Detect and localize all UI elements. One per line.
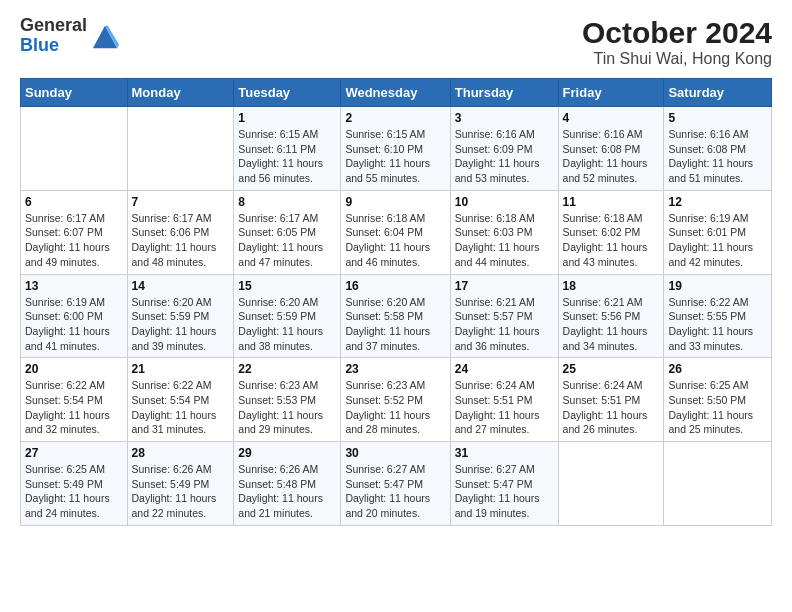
header-monday: Monday xyxy=(127,79,234,107)
day-number: 6 xyxy=(25,195,123,209)
calendar-cell xyxy=(664,442,772,526)
calendar-cell: 10Sunrise: 6:18 AMSunset: 6:03 PMDayligh… xyxy=(450,190,558,274)
calendar-cell: 30Sunrise: 6:27 AMSunset: 5:47 PMDayligh… xyxy=(341,442,450,526)
day-info: Sunrise: 6:26 AMSunset: 5:48 PMDaylight:… xyxy=(238,462,336,521)
day-number: 30 xyxy=(345,446,445,460)
calendar-cell xyxy=(127,107,234,191)
calendar-cell: 2Sunrise: 6:15 AMSunset: 6:10 PMDaylight… xyxy=(341,107,450,191)
header-thursday: Thursday xyxy=(450,79,558,107)
header-sunday: Sunday xyxy=(21,79,128,107)
day-number: 10 xyxy=(455,195,554,209)
day-info: Sunrise: 6:18 AMSunset: 6:03 PMDaylight:… xyxy=(455,211,554,270)
day-number: 22 xyxy=(238,362,336,376)
header-saturday: Saturday xyxy=(664,79,772,107)
calendar-cell xyxy=(558,442,664,526)
calendar-cell: 26Sunrise: 6:25 AMSunset: 5:50 PMDayligh… xyxy=(664,358,772,442)
calendar-cell: 21Sunrise: 6:22 AMSunset: 5:54 PMDayligh… xyxy=(127,358,234,442)
day-info: Sunrise: 6:24 AMSunset: 5:51 PMDaylight:… xyxy=(455,378,554,437)
calendar-cell: 1Sunrise: 6:15 AMSunset: 6:11 PMDaylight… xyxy=(234,107,341,191)
day-info: Sunrise: 6:25 AMSunset: 5:50 PMDaylight:… xyxy=(668,378,767,437)
logo-text: General Blue xyxy=(20,16,87,56)
day-number: 18 xyxy=(563,279,660,293)
day-number: 23 xyxy=(345,362,445,376)
calendar-cell: 23Sunrise: 6:23 AMSunset: 5:52 PMDayligh… xyxy=(341,358,450,442)
calendar-week-4: 27Sunrise: 6:25 AMSunset: 5:49 PMDayligh… xyxy=(21,442,772,526)
calendar-cell: 14Sunrise: 6:20 AMSunset: 5:59 PMDayligh… xyxy=(127,274,234,358)
header-friday: Friday xyxy=(558,79,664,107)
day-number: 5 xyxy=(668,111,767,125)
calendar-cell: 5Sunrise: 6:16 AMSunset: 6:08 PMDaylight… xyxy=(664,107,772,191)
day-number: 9 xyxy=(345,195,445,209)
day-number: 12 xyxy=(668,195,767,209)
day-info: Sunrise: 6:16 AMSunset: 6:08 PMDaylight:… xyxy=(563,127,660,186)
day-number: 3 xyxy=(455,111,554,125)
day-number: 19 xyxy=(668,279,767,293)
page-header: General Blue October 2024 Tin Shui Wai, … xyxy=(20,16,772,68)
calendar-cell: 15Sunrise: 6:20 AMSunset: 5:59 PMDayligh… xyxy=(234,274,341,358)
day-info: Sunrise: 6:16 AMSunset: 6:09 PMDaylight:… xyxy=(455,127,554,186)
day-number: 28 xyxy=(132,446,230,460)
logo-icon xyxy=(91,22,119,50)
calendar-cell: 20Sunrise: 6:22 AMSunset: 5:54 PMDayligh… xyxy=(21,358,128,442)
logo-line2: Blue xyxy=(20,36,87,56)
calendar-table: SundayMondayTuesdayWednesdayThursdayFrid… xyxy=(20,78,772,526)
day-number: 26 xyxy=(668,362,767,376)
day-number: 13 xyxy=(25,279,123,293)
day-info: Sunrise: 6:19 AMSunset: 6:00 PMDaylight:… xyxy=(25,295,123,354)
day-info: Sunrise: 6:25 AMSunset: 5:49 PMDaylight:… xyxy=(25,462,123,521)
day-info: Sunrise: 6:20 AMSunset: 5:59 PMDaylight:… xyxy=(238,295,336,354)
calendar-cell: 17Sunrise: 6:21 AMSunset: 5:57 PMDayligh… xyxy=(450,274,558,358)
day-number: 4 xyxy=(563,111,660,125)
day-info: Sunrise: 6:22 AMSunset: 5:55 PMDaylight:… xyxy=(668,295,767,354)
day-number: 1 xyxy=(238,111,336,125)
calendar-cell: 28Sunrise: 6:26 AMSunset: 5:49 PMDayligh… xyxy=(127,442,234,526)
day-number: 31 xyxy=(455,446,554,460)
calendar-cell: 31Sunrise: 6:27 AMSunset: 5:47 PMDayligh… xyxy=(450,442,558,526)
calendar-week-1: 6Sunrise: 6:17 AMSunset: 6:07 PMDaylight… xyxy=(21,190,772,274)
day-info: Sunrise: 6:15 AMSunset: 6:10 PMDaylight:… xyxy=(345,127,445,186)
calendar-cell: 9Sunrise: 6:18 AMSunset: 6:04 PMDaylight… xyxy=(341,190,450,274)
calendar-week-3: 20Sunrise: 6:22 AMSunset: 5:54 PMDayligh… xyxy=(21,358,772,442)
day-info: Sunrise: 6:23 AMSunset: 5:52 PMDaylight:… xyxy=(345,378,445,437)
day-info: Sunrise: 6:15 AMSunset: 6:11 PMDaylight:… xyxy=(238,127,336,186)
calendar-cell: 19Sunrise: 6:22 AMSunset: 5:55 PMDayligh… xyxy=(664,274,772,358)
calendar-week-2: 13Sunrise: 6:19 AMSunset: 6:00 PMDayligh… xyxy=(21,274,772,358)
day-number: 7 xyxy=(132,195,230,209)
day-number: 8 xyxy=(238,195,336,209)
day-number: 2 xyxy=(345,111,445,125)
day-info: Sunrise: 6:20 AMSunset: 5:59 PMDaylight:… xyxy=(132,295,230,354)
calendar-cell: 3Sunrise: 6:16 AMSunset: 6:09 PMDaylight… xyxy=(450,107,558,191)
calendar-cell: 18Sunrise: 6:21 AMSunset: 5:56 PMDayligh… xyxy=(558,274,664,358)
day-info: Sunrise: 6:17 AMSunset: 6:07 PMDaylight:… xyxy=(25,211,123,270)
header-wednesday: Wednesday xyxy=(341,79,450,107)
calendar-cell: 6Sunrise: 6:17 AMSunset: 6:07 PMDaylight… xyxy=(21,190,128,274)
day-info: Sunrise: 6:20 AMSunset: 5:58 PMDaylight:… xyxy=(345,295,445,354)
day-info: Sunrise: 6:21 AMSunset: 5:56 PMDaylight:… xyxy=(563,295,660,354)
calendar-cell: 12Sunrise: 6:19 AMSunset: 6:01 PMDayligh… xyxy=(664,190,772,274)
day-info: Sunrise: 6:17 AMSunset: 6:05 PMDaylight:… xyxy=(238,211,336,270)
day-info: Sunrise: 6:17 AMSunset: 6:06 PMDaylight:… xyxy=(132,211,230,270)
day-info: Sunrise: 6:16 AMSunset: 6:08 PMDaylight:… xyxy=(668,127,767,186)
calendar-cell: 11Sunrise: 6:18 AMSunset: 6:02 PMDayligh… xyxy=(558,190,664,274)
calendar-cell: 25Sunrise: 6:24 AMSunset: 5:51 PMDayligh… xyxy=(558,358,664,442)
calendar-cell: 7Sunrise: 6:17 AMSunset: 6:06 PMDaylight… xyxy=(127,190,234,274)
calendar-week-0: 1Sunrise: 6:15 AMSunset: 6:11 PMDaylight… xyxy=(21,107,772,191)
day-number: 24 xyxy=(455,362,554,376)
calendar-cell: 24Sunrise: 6:24 AMSunset: 5:51 PMDayligh… xyxy=(450,358,558,442)
logo-line1: General xyxy=(20,16,87,36)
calendar-cell: 22Sunrise: 6:23 AMSunset: 5:53 PMDayligh… xyxy=(234,358,341,442)
calendar-cell: 13Sunrise: 6:19 AMSunset: 6:00 PMDayligh… xyxy=(21,274,128,358)
day-info: Sunrise: 6:26 AMSunset: 5:49 PMDaylight:… xyxy=(132,462,230,521)
day-number: 29 xyxy=(238,446,336,460)
day-info: Sunrise: 6:19 AMSunset: 6:01 PMDaylight:… xyxy=(668,211,767,270)
day-info: Sunrise: 6:27 AMSunset: 5:47 PMDaylight:… xyxy=(455,462,554,521)
calendar-cell: 8Sunrise: 6:17 AMSunset: 6:05 PMDaylight… xyxy=(234,190,341,274)
calendar-cell: 29Sunrise: 6:26 AMSunset: 5:48 PMDayligh… xyxy=(234,442,341,526)
day-info: Sunrise: 6:18 AMSunset: 6:04 PMDaylight:… xyxy=(345,211,445,270)
day-info: Sunrise: 6:22 AMSunset: 5:54 PMDaylight:… xyxy=(132,378,230,437)
day-info: Sunrise: 6:22 AMSunset: 5:54 PMDaylight:… xyxy=(25,378,123,437)
day-number: 20 xyxy=(25,362,123,376)
day-number: 17 xyxy=(455,279,554,293)
header-tuesday: Tuesday xyxy=(234,79,341,107)
page-subtitle: Tin Shui Wai, Hong Kong xyxy=(582,50,772,68)
